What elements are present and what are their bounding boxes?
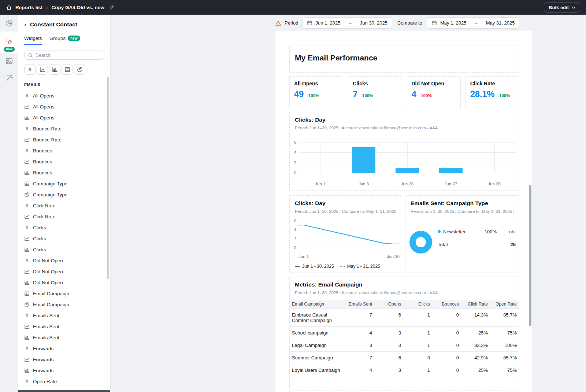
period-date-range[interactable]: Jun 1, 2025 – Jun 30, 2025 — [302, 17, 392, 29]
widget-item-label: Clicks — [33, 236, 46, 241]
x-label-start: Jun 1 — [298, 254, 309, 259]
rail-item-images[interactable] — [0, 53, 18, 70]
table-widget[interactable]: Metrics: Email Campaign Period: Jun 1–30… — [289, 277, 519, 389]
panel-horizontal-scrollbar[interactable] — [18, 390, 110, 392]
x-axis-label: Jun 27 — [429, 182, 472, 186]
widget-item[interactable]: Emails Sent — [24, 332, 107, 343]
tab-widgets[interactable]: Widgets — [24, 32, 42, 45]
rail-item-widgets[interactable] — [0, 15, 18, 32]
widget-item[interactable]: Did Not Open — [24, 266, 107, 277]
widget-item[interactable]: Bounces — [24, 156, 107, 167]
widget-item[interactable]: Click Rate — [24, 211, 107, 222]
legend-divider — [438, 238, 516, 238]
widget-item-label: Bounces — [33, 148, 52, 154]
widget-item-label: Bounce Rate — [33, 137, 62, 143]
widget-item[interactable]: Forwards — [24, 354, 107, 365]
table-column-header[interactable]: Open Rate — [490, 300, 519, 309]
number-chart-icon: # — [24, 225, 30, 230]
report-title-breadcrumb: Copy GA4 Old vs. new — [52, 5, 104, 10]
canvas-vertical-scrollbar[interactable] — [529, 185, 531, 326]
widget-item[interactable]: All Opens — [24, 101, 107, 112]
report-title-widget[interactable]: My Email Performance — [289, 45, 519, 73]
widget-item[interactable]: Bounce Rate — [24, 134, 107, 145]
filter-bar-chart-button[interactable] — [49, 64, 60, 75]
line-chart-widget[interactable]: Clicks: Day Period: Jun 1–30, 2025 | Com… — [289, 195, 402, 273]
compare-to: May 31, 2025 — [486, 20, 515, 26]
number-chart-icon: # — [24, 126, 30, 132]
widget-item[interactable]: #Did Not Open — [24, 255, 107, 266]
table-cell: 0 — [432, 339, 461, 352]
search-input[interactable] — [36, 52, 101, 58]
panel-vertical-scrollbar[interactable] — [107, 77, 109, 279]
breadcrumb-chevron-icon: › — [46, 5, 48, 10]
widget-item-label: Open Rate — [33, 379, 57, 384]
report-canvas: Period Jun 1, 2025 – Jun 30, 2025 Compar… — [111, 15, 586, 392]
scorecard-widget[interactable]: Clicks7↑100% — [348, 76, 402, 108]
filter-number-chart-button[interactable]: # — [24, 64, 36, 75]
widget-item[interactable]: Email Campaign — [24, 288, 107, 299]
widget-item[interactable]: #Open Rate — [24, 376, 107, 387]
widget-item[interactable]: Email Campaign — [24, 299, 107, 310]
filter-pie-chart-button[interactable] — [74, 64, 85, 75]
scorecard-delta: ↑100% — [360, 93, 373, 98]
table-column-header[interactable]: Opens — [374, 300, 403, 309]
bulk-edit-button[interactable]: Bulk edit — [544, 3, 580, 12]
widget-item[interactable]: Emails Sent — [24, 321, 107, 332]
widget-search[interactable] — [24, 51, 104, 60]
scorecard-label: Click Rate — [470, 81, 515, 86]
table-column-header[interactable]: Emails Sent — [345, 300, 374, 309]
table-column-header[interactable]: Email Campaign — [290, 300, 345, 309]
widget-item[interactable]: #Forwards — [24, 343, 107, 354]
table-cell: 75% — [490, 364, 519, 377]
bar-column — [342, 142, 386, 173]
table-column-header[interactable]: Click Rate — [461, 300, 490, 309]
widget-item-label: Email Campaign — [33, 291, 69, 296]
widget-item-label: All Opens — [33, 115, 55, 121]
table-cell: 0 — [432, 309, 461, 327]
scorecard-label: Did Not Open — [412, 81, 456, 86]
widget-item[interactable]: Clicks — [24, 244, 107, 255]
table-column-header[interactable]: Bounces — [432, 300, 461, 309]
widget-item[interactable]: #Click Rate — [24, 200, 107, 211]
widget-item[interactable]: All Opens — [24, 112, 107, 123]
table-cell: 6 — [374, 309, 403, 327]
top-bar: Reports list › Copy GA4 Old vs. new Bulk… — [0, 0, 586, 15]
widget-item[interactable]: Campaign Type — [24, 178, 107, 189]
filter-table-chart-button[interactable] — [62, 64, 73, 75]
widget-item-label: Emails Sent — [33, 324, 59, 329]
scorecard-widget[interactable]: Did Not Open4↑100% — [407, 76, 461, 108]
widget-item[interactable]: #Clicks — [24, 222, 107, 233]
bar-chart-widget[interactable]: Clicks: Day Period: Jun 1–30, 2025 | Acc… — [289, 112, 519, 191]
widget-item[interactable]: Did Not Open — [24, 277, 107, 288]
filter-line-chart-button[interactable] — [37, 64, 48, 75]
widget-item[interactable]: #Emails Sent — [24, 310, 107, 321]
home-icon[interactable] — [6, 4, 12, 11]
widget-item[interactable]: #Bounces — [24, 145, 107, 156]
widget-item[interactable]: #Bounce Rate — [24, 123, 107, 134]
scorecard-widget[interactable]: All Opens49↑100% — [289, 76, 343, 108]
bar — [396, 168, 419, 173]
edit-title-icon[interactable] — [109, 5, 114, 10]
calendar-icon — [307, 20, 312, 26]
next-widget-partial[interactable] — [289, 391, 519, 392]
table-cell: 3 — [374, 339, 403, 352]
table-column-header[interactable]: Clicks — [403, 300, 432, 309]
breadcrumb-reports-list[interactable]: Reports list — [15, 5, 42, 10]
period-label: Period — [285, 20, 298, 26]
rail-item-integrations[interactable]: new — [0, 32, 18, 53]
scorecard-widget[interactable]: Click Rate28.1%↑100% — [466, 76, 519, 108]
scorecard-delta: ↑100% — [419, 93, 432, 98]
widget-item[interactable]: Clicks — [24, 233, 107, 244]
tab-groups[interactable]: Groups new — [49, 32, 80, 45]
widget-item[interactable]: Bounces — [24, 167, 107, 178]
widget-item[interactable]: Forwards — [24, 365, 107, 376]
widget-item[interactable]: Campaign Type — [24, 189, 107, 200]
number-chart-icon: # — [24, 346, 30, 351]
back-icon[interactable]: ‹ — [24, 22, 26, 28]
table-cell: 0 — [432, 327, 461, 339]
rail-item-ai-tools[interactable] — [0, 70, 18, 86]
compare-date-range[interactable]: May 1, 2025 – May 31, 2025 — [427, 17, 520, 29]
donut-chart-widget[interactable]: Emails Sent: Campaign Type Period: Jun 1… — [405, 195, 519, 273]
widget-item[interactable]: #All Opens — [24, 90, 107, 101]
plug-icon — [5, 38, 14, 47]
